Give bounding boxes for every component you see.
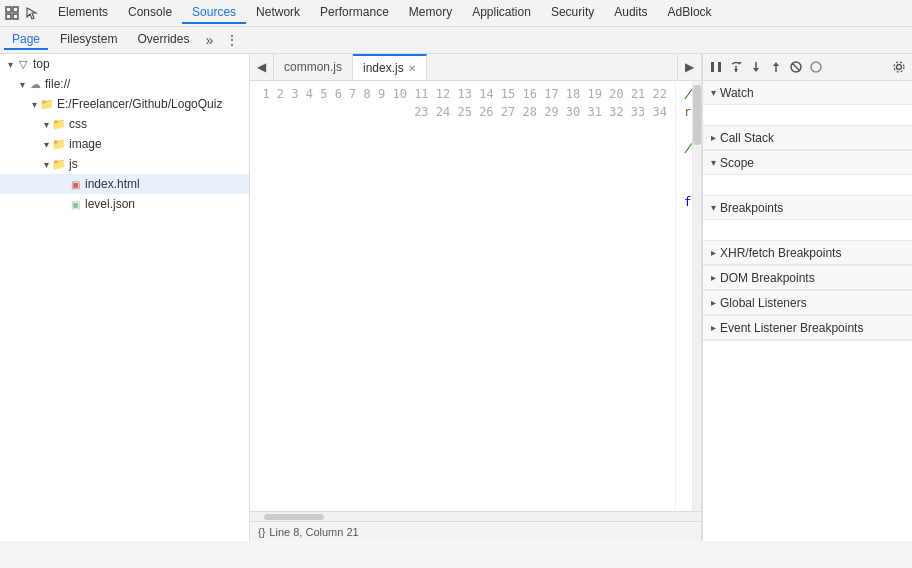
pointer-icon[interactable] bbox=[24, 5, 40, 21]
scope-content bbox=[703, 175, 912, 195]
tree-arrow-logoquiz: ▾ bbox=[28, 98, 40, 110]
tab-network[interactable]: Network bbox=[246, 2, 310, 24]
svg-marker-9 bbox=[734, 69, 738, 72]
tree-item-css[interactable]: ▾ 📁 css bbox=[0, 114, 249, 134]
folder-logoquiz-icon: 📁 bbox=[40, 97, 54, 111]
code-body[interactable]: 1 2 3 4 5 6 7 8 9 10 11 12 13 14 15 16 1… bbox=[250, 81, 701, 511]
options-button[interactable]: ⋮ bbox=[221, 32, 243, 48]
tree-label-image: image bbox=[69, 137, 102, 151]
xhr-breakpoints-header[interactable]: ▸ XHR/fetch Breakpoints bbox=[703, 241, 912, 265]
deactivate-breakpoints-icon[interactable] bbox=[787, 58, 805, 76]
scope-header[interactable]: ▾ Scope bbox=[703, 151, 912, 175]
event-arrow-icon: ▸ bbox=[711, 322, 716, 333]
dom-breakpoints-label: DOM Breakpoints bbox=[720, 271, 815, 285]
tree-label-js: js bbox=[69, 157, 78, 171]
svg-point-18 bbox=[894, 62, 904, 72]
tree-item-leveljson[interactable]: ▣ level.json bbox=[0, 194, 249, 214]
code-tab-indexjs[interactable]: index.js ✕ bbox=[353, 54, 427, 80]
scope-arrow-icon: ▾ bbox=[711, 157, 716, 168]
svg-marker-11 bbox=[753, 68, 759, 72]
no-exceptions-icon[interactable] bbox=[807, 58, 825, 76]
more-tabs-button[interactable]: » bbox=[201, 32, 217, 48]
file-html-icon: ▣ bbox=[68, 177, 82, 191]
tree-arrow-leveljson bbox=[56, 198, 68, 210]
svg-line-15 bbox=[792, 63, 800, 71]
close-tab-icon[interactable]: ✕ bbox=[408, 63, 416, 74]
tree-label-top: top bbox=[33, 57, 50, 71]
tab-console[interactable]: Console bbox=[118, 2, 182, 24]
code-vertical-scrollbar[interactable] bbox=[692, 81, 701, 511]
devtools-icons bbox=[4, 5, 40, 21]
root-icon: ▽ bbox=[16, 57, 30, 71]
dom-breakpoints-section: ▸ DOM Breakpoints bbox=[703, 266, 912, 291]
xhr-breakpoints-section: ▸ XHR/fetch Breakpoints bbox=[703, 241, 912, 266]
breakpoints-content bbox=[703, 220, 912, 240]
status-braces-icon: {} bbox=[258, 526, 265, 538]
folder-js-icon: 📁 bbox=[52, 157, 66, 171]
tree-arrow-css: ▾ bbox=[40, 118, 52, 130]
pause-icon[interactable] bbox=[707, 58, 725, 76]
tab-elements[interactable]: Elements bbox=[48, 2, 118, 24]
svg-point-17 bbox=[897, 65, 902, 70]
line-numbers: 1 2 3 4 5 6 7 8 9 10 11 12 13 14 15 16 1… bbox=[250, 81, 676, 511]
status-position: Line 8, Column 21 bbox=[269, 526, 358, 538]
debugger-panel: ▾ Watch ▸ Call Stack ▾ Scope ▾ Breakpoin bbox=[702, 54, 912, 541]
xhr-breakpoints-label: XHR/fetch Breakpoints bbox=[720, 246, 841, 260]
tree-item-top[interactable]: ▾ ▽ top bbox=[0, 54, 249, 74]
watch-header[interactable]: ▾ Watch bbox=[703, 81, 912, 105]
settings-icon[interactable] bbox=[890, 58, 908, 76]
step-over-icon[interactable] bbox=[727, 58, 745, 76]
event-breakpoints-header[interactable]: ▸ Event Listener Breakpoints bbox=[703, 316, 912, 340]
tree-label-indexhtml: index.html bbox=[85, 177, 140, 191]
tree-label-file: file:// bbox=[45, 77, 70, 91]
sources-tab-overrides[interactable]: Overrides bbox=[129, 30, 197, 50]
dom-breakpoints-header[interactable]: ▸ DOM Breakpoints bbox=[703, 266, 912, 290]
breakpoints-arrow-icon: ▾ bbox=[711, 202, 716, 213]
tab-memory[interactable]: Memory bbox=[399, 2, 462, 24]
tree-arrow-file: ▾ bbox=[16, 78, 28, 90]
tab-adblock[interactable]: AdBlock bbox=[658, 2, 722, 24]
tab-security[interactable]: Security bbox=[541, 2, 604, 24]
breakpoints-label: Breakpoints bbox=[720, 201, 783, 215]
breakpoints-header[interactable]: ▾ Breakpoints bbox=[703, 196, 912, 220]
tab-nav-left[interactable]: ◀ bbox=[250, 54, 274, 80]
call-stack-label: Call Stack bbox=[720, 131, 774, 145]
tree-item-js[interactable]: ▾ 📁 js bbox=[0, 154, 249, 174]
tree-arrow-image: ▾ bbox=[40, 138, 52, 150]
tab-performance[interactable]: Performance bbox=[310, 2, 399, 24]
code-tab-commonjs[interactable]: common.js bbox=[274, 54, 353, 80]
tree-label-css: css bbox=[69, 117, 87, 131]
call-stack-arrow-icon: ▸ bbox=[711, 132, 716, 143]
tree-item-file[interactable]: ▾ ☁ file:// bbox=[0, 74, 249, 94]
svg-rect-6 bbox=[718, 62, 721, 72]
scope-section: ▾ Scope bbox=[703, 151, 912, 196]
call-stack-header[interactable]: ▸ Call Stack bbox=[703, 126, 912, 150]
file-tree-panel: ▾ ▽ top ▾ ☁ file:// ▾ 📁 E:/Freelancer/Gi… bbox=[0, 54, 250, 541]
folder-image-icon: 📁 bbox=[52, 137, 66, 151]
global-listeners-header[interactable]: ▸ Global Listeners bbox=[703, 291, 912, 315]
watch-arrow-icon: ▾ bbox=[711, 87, 716, 98]
code-text[interactable]: // Render html for index renderHTML(); /… bbox=[676, 81, 692, 511]
tree-item-image[interactable]: ▾ 📁 image bbox=[0, 134, 249, 154]
tab-nav-end[interactable]: ▶ bbox=[677, 54, 701, 80]
cloud-icon: ☁ bbox=[28, 77, 42, 91]
svg-rect-5 bbox=[711, 62, 714, 72]
inspect-icon[interactable] bbox=[4, 5, 20, 21]
tree-arrow-indexhtml bbox=[56, 178, 68, 190]
tab-application[interactable]: Application bbox=[462, 2, 541, 24]
tree-item-logoquiz[interactable]: ▾ 📁 E:/Freelancer/Github/LogoQuiz bbox=[0, 94, 249, 114]
watch-content bbox=[703, 105, 912, 125]
tab-audits[interactable]: Audits bbox=[604, 2, 657, 24]
watch-label: Watch bbox=[720, 86, 754, 100]
step-out-icon[interactable] bbox=[767, 58, 785, 76]
svg-rect-3 bbox=[13, 14, 18, 19]
tab-sources[interactable]: Sources bbox=[182, 2, 246, 24]
xhr-arrow-icon: ▸ bbox=[711, 247, 716, 258]
breakpoints-section: ▾ Breakpoints bbox=[703, 196, 912, 241]
dom-arrow-icon: ▸ bbox=[711, 272, 716, 283]
sources-tab-page[interactable]: Page bbox=[4, 30, 48, 50]
code-horizontal-scrollbar[interactable] bbox=[250, 511, 701, 521]
tree-item-indexhtml[interactable]: ▣ index.html bbox=[0, 174, 249, 194]
sources-tab-filesystem[interactable]: Filesystem bbox=[52, 30, 125, 50]
step-into-icon[interactable] bbox=[747, 58, 765, 76]
